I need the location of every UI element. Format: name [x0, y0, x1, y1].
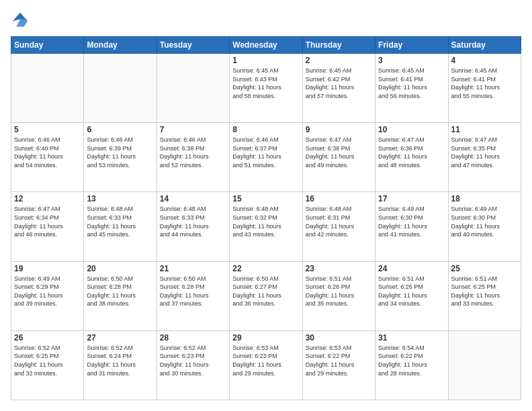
- logo: [11, 11, 32, 30]
- weekday-header-friday: Friday: [375, 37, 448, 54]
- day-number: 29: [232, 333, 299, 342]
- header: [11, 11, 521, 30]
- day-number: 4: [451, 56, 518, 65]
- day-info: Sunrise: 6:48 AM Sunset: 6:32 PM Dayligh…: [232, 205, 299, 238]
- day-number: 22: [232, 264, 299, 273]
- calendar-week-4: 19Sunrise: 6:49 AM Sunset: 6:29 PM Dayli…: [11, 261, 521, 330]
- day-number: 21: [160, 264, 226, 273]
- calendar-cell: 13Sunrise: 6:48 AM Sunset: 6:33 PM Dayli…: [84, 192, 157, 261]
- day-info: Sunrise: 6:51 AM Sunset: 6:26 PM Dayligh…: [378, 275, 445, 308]
- day-info: Sunrise: 6:47 AM Sunset: 6:35 PM Dayligh…: [451, 136, 518, 169]
- calendar-cell: 21Sunrise: 6:50 AM Sunset: 6:28 PM Dayli…: [157, 261, 229, 330]
- day-number: 7: [160, 125, 226, 134]
- calendar-cell: 23Sunrise: 6:51 AM Sunset: 6:26 PM Dayli…: [302, 261, 375, 330]
- day-info: Sunrise: 6:50 AM Sunset: 6:27 PM Dayligh…: [232, 275, 299, 308]
- weekday-header-tuesday: Tuesday: [157, 37, 229, 54]
- calendar-cell: 19Sunrise: 6:49 AM Sunset: 6:29 PM Dayli…: [11, 261, 84, 330]
- day-number: 1: [232, 56, 299, 65]
- weekday-header-wednesday: Wednesday: [230, 37, 302, 54]
- weekday-header-thursday: Thursday: [302, 37, 375, 54]
- day-info: Sunrise: 6:50 AM Sunset: 6:28 PM Dayligh…: [160, 275, 226, 308]
- calendar-cell: [84, 54, 157, 123]
- calendar-cell: 27Sunrise: 6:52 AM Sunset: 6:24 PM Dayli…: [84, 330, 157, 400]
- day-number: 14: [160, 194, 226, 203]
- day-number: 16: [306, 194, 372, 203]
- calendar-cell: 28Sunrise: 6:52 AM Sunset: 6:23 PM Dayli…: [157, 330, 229, 400]
- calendar-cell: 12Sunrise: 6:47 AM Sunset: 6:34 PM Dayli…: [11, 192, 84, 261]
- day-number: 10: [378, 125, 445, 134]
- day-info: Sunrise: 6:52 AM Sunset: 6:23 PM Dayligh…: [160, 344, 226, 377]
- day-number: 6: [87, 125, 153, 134]
- day-number: 28: [160, 333, 226, 342]
- calendar-cell: 17Sunrise: 6:49 AM Sunset: 6:30 PM Dayli…: [375, 192, 448, 261]
- calendar-body: 1Sunrise: 6:45 AM Sunset: 6:43 PM Daylig…: [11, 54, 521, 400]
- calendar-cell: 5Sunrise: 6:46 AM Sunset: 6:40 PM Daylig…: [11, 123, 84, 192]
- day-info: Sunrise: 6:45 AM Sunset: 6:42 PM Dayligh…: [306, 66, 372, 100]
- day-info: Sunrise: 6:51 AM Sunset: 6:26 PM Dayligh…: [306, 275, 372, 308]
- day-info: Sunrise: 6:47 AM Sunset: 6:36 PM Dayligh…: [378, 136, 445, 169]
- day-info: Sunrise: 6:49 AM Sunset: 6:29 PM Dayligh…: [14, 275, 81, 308]
- day-info: Sunrise: 6:45 AM Sunset: 6:41 PM Dayligh…: [378, 66, 445, 100]
- calendar-cell: 16Sunrise: 6:48 AM Sunset: 6:31 PM Dayli…: [302, 192, 375, 261]
- day-number: 3: [378, 56, 445, 65]
- day-info: Sunrise: 6:52 AM Sunset: 6:25 PM Dayligh…: [14, 344, 81, 377]
- calendar-cell: 20Sunrise: 6:50 AM Sunset: 6:28 PM Dayli…: [84, 261, 157, 330]
- day-number: 17: [378, 194, 445, 203]
- calendar-week-2: 5Sunrise: 6:46 AM Sunset: 6:40 PM Daylig…: [11, 123, 521, 192]
- weekday-header-sunday: Sunday: [11, 37, 84, 54]
- day-info: Sunrise: 6:47 AM Sunset: 6:36 PM Dayligh…: [306, 136, 372, 169]
- logo-icon: [11, 11, 30, 30]
- day-number: 30: [306, 333, 372, 342]
- day-info: Sunrise: 6:46 AM Sunset: 6:39 PM Dayligh…: [87, 136, 153, 169]
- calendar-cell: 11Sunrise: 6:47 AM Sunset: 6:35 PM Dayli…: [448, 123, 521, 192]
- calendar-cell: 9Sunrise: 6:47 AM Sunset: 6:36 PM Daylig…: [302, 123, 375, 192]
- calendar-cell: 24Sunrise: 6:51 AM Sunset: 6:26 PM Dayli…: [375, 261, 448, 330]
- day-number: 19: [14, 264, 81, 273]
- day-info: Sunrise: 6:48 AM Sunset: 6:33 PM Dayligh…: [160, 205, 226, 238]
- day-number: 11: [451, 125, 518, 134]
- day-number: 9: [306, 125, 372, 134]
- day-number: 25: [451, 264, 518, 273]
- calendar-cell: 18Sunrise: 6:49 AM Sunset: 6:30 PM Dayli…: [448, 192, 521, 261]
- day-number: 2: [306, 56, 372, 65]
- calendar-week-1: 1Sunrise: 6:45 AM Sunset: 6:43 PM Daylig…: [11, 54, 521, 123]
- day-info: Sunrise: 6:48 AM Sunset: 6:31 PM Dayligh…: [306, 205, 372, 238]
- calendar-cell: 31Sunrise: 6:54 AM Sunset: 6:22 PM Dayli…: [375, 330, 448, 400]
- day-info: Sunrise: 6:53 AM Sunset: 6:22 PM Dayligh…: [306, 344, 372, 377]
- calendar-cell: 26Sunrise: 6:52 AM Sunset: 6:25 PM Dayli…: [11, 330, 84, 400]
- calendar-table: SundayMondayTuesdayWednesdayThursdayFrid…: [11, 36, 521, 400]
- day-info: Sunrise: 6:54 AM Sunset: 6:22 PM Dayligh…: [378, 344, 445, 377]
- page: SundayMondayTuesdayWednesdayThursdayFrid…: [0, 0, 532, 411]
- day-number: 18: [451, 194, 518, 203]
- calendar-cell: 7Sunrise: 6:46 AM Sunset: 6:38 PM Daylig…: [157, 123, 229, 192]
- calendar-cell: 25Sunrise: 6:51 AM Sunset: 6:25 PM Dayli…: [448, 261, 521, 330]
- calendar-cell: 4Sunrise: 6:45 AM Sunset: 6:41 PM Daylig…: [448, 54, 521, 123]
- day-info: Sunrise: 6:53 AM Sunset: 6:23 PM Dayligh…: [232, 344, 299, 377]
- calendar-cell: 6Sunrise: 6:46 AM Sunset: 6:39 PM Daylig…: [84, 123, 157, 192]
- calendar-cell: [11, 54, 84, 123]
- day-info: Sunrise: 6:46 AM Sunset: 6:37 PM Dayligh…: [232, 136, 299, 169]
- day-info: Sunrise: 6:47 AM Sunset: 6:34 PM Dayligh…: [14, 205, 81, 238]
- calendar-cell: 1Sunrise: 6:45 AM Sunset: 6:43 PM Daylig…: [230, 54, 302, 123]
- day-info: Sunrise: 6:50 AM Sunset: 6:28 PM Dayligh…: [87, 275, 153, 308]
- day-info: Sunrise: 6:46 AM Sunset: 6:38 PM Dayligh…: [160, 136, 226, 169]
- calendar-cell: [448, 330, 521, 400]
- day-info: Sunrise: 6:52 AM Sunset: 6:24 PM Dayligh…: [87, 344, 153, 377]
- day-info: Sunrise: 6:45 AM Sunset: 6:43 PM Dayligh…: [232, 66, 299, 100]
- calendar-cell: 30Sunrise: 6:53 AM Sunset: 6:22 PM Dayli…: [302, 330, 375, 400]
- calendar-cell: 29Sunrise: 6:53 AM Sunset: 6:23 PM Dayli…: [230, 330, 302, 400]
- calendar-cell: 2Sunrise: 6:45 AM Sunset: 6:42 PM Daylig…: [302, 54, 375, 123]
- weekday-header-saturday: Saturday: [448, 37, 521, 54]
- day-number: 15: [232, 194, 299, 203]
- day-info: Sunrise: 6:49 AM Sunset: 6:30 PM Dayligh…: [451, 205, 518, 238]
- day-number: 13: [87, 194, 153, 203]
- day-info: Sunrise: 6:46 AM Sunset: 6:40 PM Dayligh…: [14, 136, 81, 169]
- calendar-cell: 15Sunrise: 6:48 AM Sunset: 6:32 PM Dayli…: [230, 192, 302, 261]
- day-number: 27: [87, 333, 153, 342]
- calendar-cell: 8Sunrise: 6:46 AM Sunset: 6:37 PM Daylig…: [230, 123, 302, 192]
- day-number: 31: [378, 333, 445, 342]
- day-number: 20: [87, 264, 153, 273]
- calendar-cell: 22Sunrise: 6:50 AM Sunset: 6:27 PM Dayli…: [230, 261, 302, 330]
- day-number: 8: [232, 125, 299, 134]
- calendar-week-3: 12Sunrise: 6:47 AM Sunset: 6:34 PM Dayli…: [11, 192, 521, 261]
